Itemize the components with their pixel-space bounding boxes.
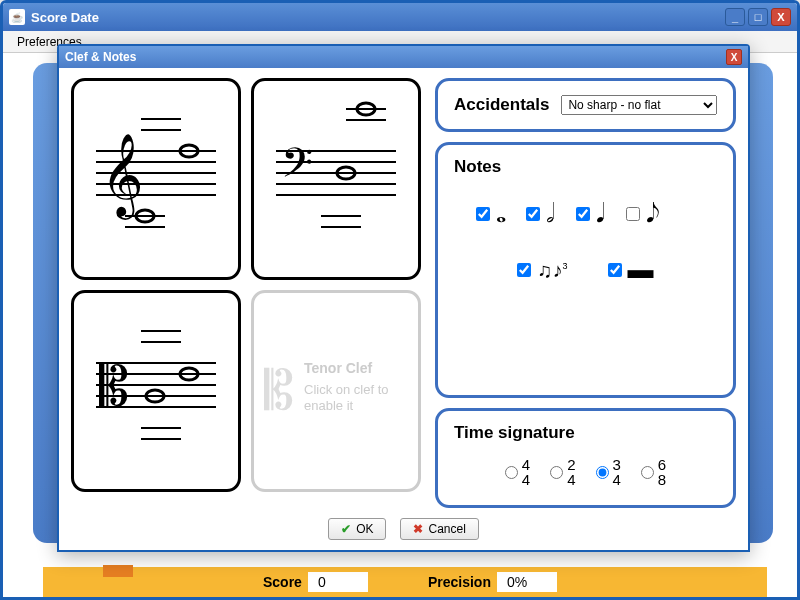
cancel-button[interactable]: ✖Cancel (400, 518, 478, 540)
rest-icon: ▬ (628, 257, 654, 283)
timesig-4-4[interactable]: 44 (505, 457, 530, 487)
note-eighth-checkbox[interactable] (626, 207, 640, 221)
accidentals-panel: Accidentals No sharp - no flat (435, 78, 736, 132)
note-rest-checkbox[interactable] (608, 263, 622, 277)
check-icon: ✔ (341, 522, 351, 536)
score-label: Score (263, 574, 302, 590)
clef-notes-dialog: Clef & Notes X 𝄞 (57, 44, 750, 552)
tenor-clef-title: Tenor Clef (304, 360, 408, 376)
accidentals-label: Accidentals (454, 95, 549, 115)
timesig-6-8-radio[interactable] (641, 466, 654, 479)
timesig-6-8[interactable]: 68 (641, 457, 666, 487)
timesig-2-4-radio[interactable] (550, 466, 563, 479)
tenor-clef-hint: Click on clef to enable it (304, 382, 408, 416)
dialog-footer: ✔OK ✖Cancel (59, 512, 748, 550)
x-icon: ✖ (413, 522, 423, 536)
dialog-title: Clef & Notes (65, 50, 726, 64)
dialog-close-button[interactable]: X (726, 49, 742, 65)
note-triplet-checkbox[interactable] (517, 263, 531, 277)
progress-indicator (103, 565, 133, 577)
tenor-clef-icon: 𝄡 (264, 360, 294, 423)
time-signature-label: Time signature (454, 423, 717, 443)
bass-clef-icon: 𝄢 (261, 89, 411, 269)
alto-clef-icon: 𝄡 (81, 301, 231, 481)
note-quarter-checkbox[interactable] (576, 207, 590, 221)
alto-clef-card[interactable]: 𝄡 (71, 290, 241, 492)
close-button[interactable]: X (771, 8, 791, 26)
window-title: Score Date (31, 10, 725, 25)
maximize-button[interactable]: □ (748, 8, 768, 26)
minimize-button[interactable]: _ (725, 8, 745, 26)
svg-text:𝄢: 𝄢 (281, 140, 313, 196)
timesig-3-4-radio[interactable] (596, 466, 609, 479)
tenor-clef-card-disabled[interactable]: 𝄡 Tenor Clef Click on clef to enable it (251, 290, 421, 492)
svg-text:𝄡: 𝄡 (99, 356, 129, 416)
timesig-2-4[interactable]: 24 (550, 457, 575, 487)
timesig-3-4[interactable]: 34 (596, 457, 621, 487)
dialog-titlebar: Clef & Notes X (59, 46, 748, 68)
outer-titlebar: ☕ Score Date _ □ X (3, 3, 797, 31)
note-half-checkbox[interactable] (526, 207, 540, 221)
bass-clef-card[interactable]: 𝄢 (251, 78, 421, 280)
clef-grid: 𝄞 𝄢 (71, 78, 421, 508)
precision-label: Precision (428, 574, 491, 590)
accidentals-select[interactable]: No sharp - no flat (561, 95, 717, 115)
svg-text:𝄞: 𝄞 (101, 134, 144, 220)
status-bar: Score 0 Precision 0% (43, 567, 767, 597)
treble-clef-card[interactable]: 𝄞 (71, 78, 241, 280)
triplet-icon: ♫♪3 (537, 260, 567, 280)
precision-value: 0% (497, 572, 557, 592)
timesig-4-4-radio[interactable] (505, 466, 518, 479)
note-whole-checkbox[interactable] (476, 207, 490, 221)
treble-clef-icon: 𝄞 (81, 89, 231, 269)
notes-label: Notes (454, 157, 717, 177)
score-value: 0 (308, 572, 368, 592)
time-signature-panel: Time signature 44 24 34 68 (435, 408, 736, 508)
notes-panel: Notes 𝅝 𝅗𝅥 𝅘𝅥 𝅘𝅥𝅮 ♫♪3 ▬ (435, 142, 736, 398)
ok-button[interactable]: ✔OK (328, 518, 386, 540)
java-icon: ☕ (9, 9, 25, 25)
